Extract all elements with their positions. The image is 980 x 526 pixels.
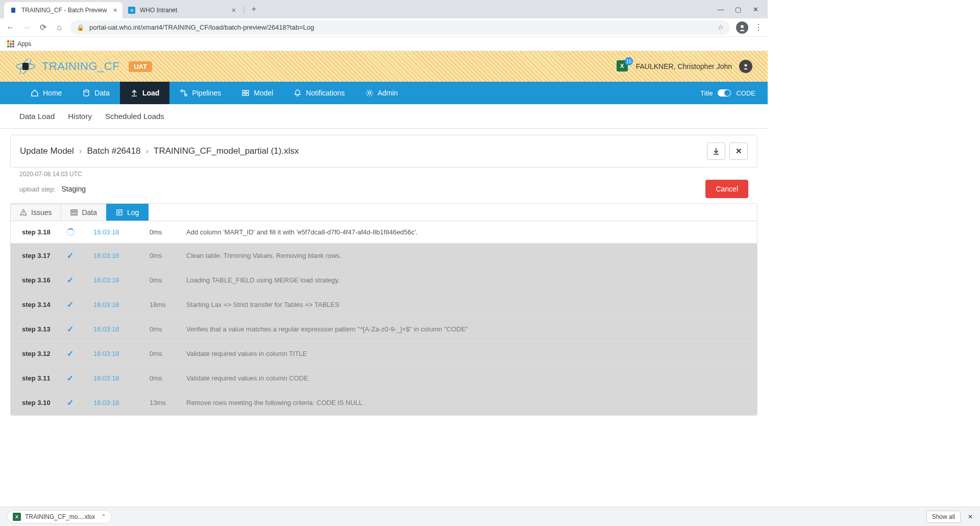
svg-point-17 xyxy=(23,213,24,214)
tab-log[interactable]: Log xyxy=(106,204,149,221)
subnav-history[interactable]: History xyxy=(68,112,92,121)
download-button[interactable] xyxy=(707,142,725,160)
log-message: Add column 'MART_ID' and fill it with 'e… xyxy=(186,228,746,236)
tab-title: WHO Intranet xyxy=(140,7,177,14)
nav-data[interactable]: Data xyxy=(72,82,120,104)
log-row[interactable]: step 3.17✓16:03:180msClean table. Trimmi… xyxy=(11,244,757,268)
log-time: 16:03:18 xyxy=(93,374,150,382)
nav-home[interactable]: Home xyxy=(20,82,72,104)
log-time: 16:03:18 xyxy=(93,301,150,308)
log-status: ✓ xyxy=(67,251,93,260)
logo-area[interactable]: TRAINING_CF UAT xyxy=(15,59,152,74)
log-step: step 3.12 xyxy=(22,350,67,357)
warning-icon xyxy=(20,209,27,216)
log-duration: 0ms xyxy=(150,325,186,333)
log-time: 16:03:18 xyxy=(93,228,150,236)
apps-label[interactable]: Apps xyxy=(17,40,31,47)
home-icon xyxy=(31,89,39,97)
kebab-menu-icon[interactable]: ⋮ xyxy=(754,22,763,32)
browser-tab[interactable]: ⊕ WHO Intranet × xyxy=(122,2,241,18)
nav-admin[interactable]: Admin xyxy=(355,82,408,104)
log-step: step 3.10 xyxy=(22,399,67,407)
nav-notifications[interactable]: Notifications xyxy=(283,82,355,104)
log-row[interactable]: step 3.10✓16:03:1813msRemove rows meetin… xyxy=(11,391,757,415)
svg-point-7 xyxy=(745,64,747,67)
bookmark-star-icon[interactable]: ☆ xyxy=(718,23,724,31)
subnav-data-load[interactable]: Data Load xyxy=(19,112,55,121)
log-duration: 0ms xyxy=(150,276,186,284)
log-status: ✓ xyxy=(67,324,93,334)
gear-icon xyxy=(365,89,374,97)
content-tabs: Issues Data Log xyxy=(11,204,757,221)
apps-grid-icon[interactable] xyxy=(7,40,14,47)
batch-card: Update Model › Batch #26418 › TRAINING_C… xyxy=(10,135,757,168)
home-button[interactable]: ⌂ xyxy=(54,23,64,32)
reload-button[interactable]: ⟳ xyxy=(38,22,48,32)
profile-avatar-icon[interactable] xyxy=(736,21,748,34)
log-row[interactable]: step 3.13✓16:03:180msVerifies that a val… xyxy=(11,317,757,342)
log-status: ✓ xyxy=(67,398,93,408)
svg-rect-0 xyxy=(11,8,15,13)
log-row[interactable]: step 3.12✓16:03:180msValidate required v… xyxy=(11,342,757,366)
log-message: Verifies that a value matches a regular … xyxy=(186,325,746,333)
check-icon: ✓ xyxy=(67,325,74,333)
browser-toolbar: ← → ⟳ ⌂ 🔒 portal-uat.who.int/xmart4/TRAI… xyxy=(0,18,768,37)
main-nav: Home Data Load Pipelines Model Notificat… xyxy=(0,82,768,104)
log-time: 16:03:18 xyxy=(93,252,150,259)
breadcrumb-part[interactable]: Update Model xyxy=(20,146,74,156)
log-row[interactable]: step 3.14✓16:03:1816msStarting Lax => St… xyxy=(11,293,757,317)
svg-point-8 xyxy=(84,90,89,92)
database-icon xyxy=(82,89,90,97)
user-avatar-icon[interactable] xyxy=(739,60,752,73)
check-icon: ✓ xyxy=(67,398,74,407)
chevron-right-icon: › xyxy=(145,146,149,156)
close-button[interactable]: ✕ xyxy=(729,142,748,160)
log-row[interactable]: step 3.16✓16:03:180msLoading TABLE_FIELD… xyxy=(11,268,757,293)
browser-tab-active[interactable]: TRAINING_CF - Batch Preview × xyxy=(4,2,122,18)
tab-issues[interactable]: Issues xyxy=(10,204,61,221)
close-icon[interactable]: × xyxy=(113,6,117,14)
forward-button[interactable]: → xyxy=(21,23,32,32)
log-icon xyxy=(116,209,123,216)
upload-icon xyxy=(130,89,138,97)
log-message: Validate required values in column CODE xyxy=(186,374,746,382)
breadcrumb-part[interactable]: Batch #26418 xyxy=(87,146,141,156)
minimize-button[interactable]: — xyxy=(717,6,725,13)
nav-model[interactable]: Model xyxy=(231,82,283,104)
new-tab-button[interactable]: + xyxy=(252,5,256,14)
log-step: step 3.16 xyxy=(22,276,67,284)
check-icon: ✓ xyxy=(67,276,74,284)
bookmarks-bar: Apps xyxy=(0,37,768,51)
tab-data[interactable]: Data xyxy=(61,204,107,221)
close-icon[interactable]: × xyxy=(232,6,236,14)
back-button[interactable]: ← xyxy=(5,23,15,32)
spinner-icon xyxy=(67,228,75,236)
nav-load[interactable]: Load xyxy=(120,82,169,104)
maximize-button[interactable]: ▢ xyxy=(734,6,742,13)
batch-timestamp: 2020-07-08 14:03 UTC xyxy=(10,168,757,178)
check-icon: ✓ xyxy=(67,374,74,382)
log-row[interactable]: step 3.11✓16:03:180msValidate required v… xyxy=(11,366,757,391)
nav-pipelines[interactable]: Pipelines xyxy=(169,82,231,104)
check-icon: ✓ xyxy=(67,251,74,260)
table-icon xyxy=(70,209,78,216)
log-duration: 13ms xyxy=(150,399,186,407)
app-title: TRAINING_CF xyxy=(42,60,119,73)
user-name: FAULKNER, Christopher John xyxy=(636,62,732,70)
log-status: ✓ xyxy=(67,349,93,358)
svg-rect-13 xyxy=(242,93,245,95)
log-duration: 0ms xyxy=(150,228,186,236)
subnav-scheduled-loads[interactable]: Scheduled Loads xyxy=(105,112,164,121)
check-icon: ✓ xyxy=(67,300,74,309)
excel-notification-badge[interactable]: X 16 xyxy=(617,60,629,73)
env-badge: UAT xyxy=(129,61,152,72)
log-row[interactable]: step 3.1816:03:180msAdd column 'MART_ID'… xyxy=(11,221,757,244)
cancel-button[interactable]: Cancel xyxy=(705,180,748,198)
log-duration: 16ms xyxy=(150,301,186,308)
download-icon xyxy=(712,147,720,155)
close-window-button[interactable]: ✕ xyxy=(751,6,760,13)
upload-step-value: Staging xyxy=(61,185,85,193)
address-bar[interactable]: 🔒 portal-uat.who.int/xmart4/TRAINING_CF/… xyxy=(70,20,730,35)
breadcrumb: Update Model › Batch #26418 › TRAINING_C… xyxy=(20,146,299,156)
title-code-toggle[interactable] xyxy=(718,89,731,97)
